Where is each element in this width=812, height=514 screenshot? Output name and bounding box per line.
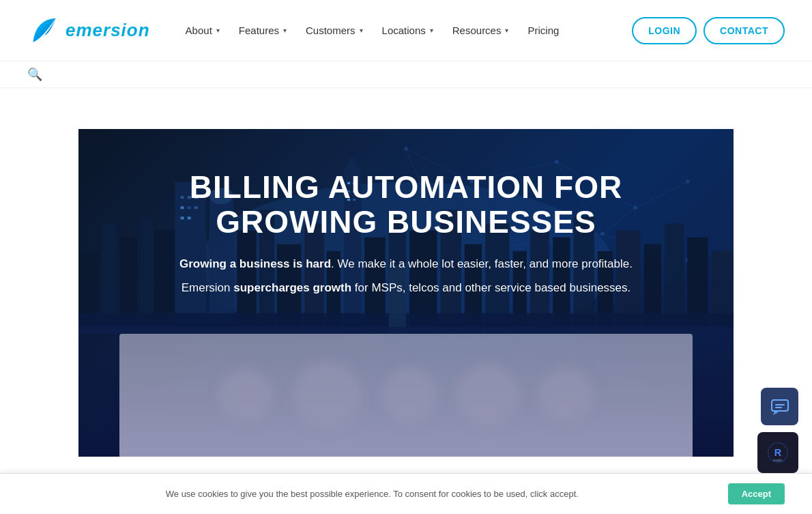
svg-rect-40 (304, 223, 323, 334)
svg-rect-72 (775, 407, 782, 408)
main-nav: About ▾ Features ▾ Customers ▾ Locations… (177, 19, 633, 42)
hero-subtitle-2: Emersion supercharges growth for MSPs, t… (174, 281, 638, 295)
svg-point-13 (555, 160, 559, 164)
svg-text:evain: evain (773, 458, 782, 462)
hero-title: BILLING AUTOMATION FOR GROWING BUSINESSE… (174, 170, 638, 239)
svg-point-16 (502, 245, 506, 249)
svg-rect-71 (775, 404, 785, 405)
nav-item-locations[interactable]: Locations ▾ (374, 19, 441, 42)
header-actions: LOGIN CONTACT (632, 17, 785, 44)
hero-section: BILLING AUTOMATION FOR GROWING BUSINESSE… (78, 129, 734, 457)
avatar-blur-3 (382, 368, 437, 423)
svg-rect-68 (389, 265, 406, 334)
chevron-down-icon: ▾ (505, 27, 508, 34)
chat-widget[interactable] (761, 388, 798, 425)
hero-testimonial-section (119, 334, 693, 457)
svg-rect-56 (485, 223, 509, 334)
svg-point-11 (404, 147, 408, 151)
network-decoration (340, 129, 734, 358)
avatar-blur-5 (539, 368, 594, 423)
chat-icon (770, 397, 789, 416)
chevron-down-icon: ▾ (430, 27, 433, 34)
svg-rect-22 (102, 223, 116, 334)
svg-rect-64 (665, 223, 684, 334)
svg-point-15 (686, 180, 690, 184)
logo[interactable]: emersion (27, 14, 150, 48)
svg-rect-21 (78, 251, 99, 334)
login-button[interactable]: LOGIN (632, 17, 697, 44)
logo-text: emersion (66, 20, 150, 41)
search-bar: 🔍 (0, 61, 812, 88)
cookie-message: We use cookies to give you the best poss… (27, 489, 717, 499)
nav-item-features[interactable]: Features ▾ (231, 19, 295, 42)
chevron-down-icon: ▾ (283, 27, 287, 34)
svg-text:R: R (774, 447, 782, 458)
header: emersion About ▾ Features ▾ Customers ▾ … (0, 0, 812, 61)
hero-subtitle-1: Growing a business is hard. We make it a… (174, 255, 638, 273)
chevron-down-icon: ▾ (216, 27, 220, 34)
avatar-blur-4 (457, 365, 519, 426)
svg-line-3 (635, 182, 688, 208)
svg-rect-24 (141, 216, 153, 334)
cookie-bar: We use cookies to give you the best poss… (0, 473, 812, 514)
nav-item-resources[interactable]: Resources ▾ (444, 19, 517, 42)
search-icon[interactable]: 🔍 (27, 67, 42, 82)
search-input-wrap: 🔍 (27, 67, 42, 82)
svg-point-18 (686, 258, 690, 262)
avatar-blur-2 (293, 361, 362, 429)
logo-icon (27, 14, 61, 48)
svg-rect-63 (644, 244, 661, 334)
contact-button[interactable]: CONTACT (704, 17, 785, 44)
svg-rect-67 (78, 313, 734, 334)
svg-rect-23 (120, 238, 137, 334)
svg-rect-65 (687, 238, 708, 334)
svg-rect-44 (349, 158, 356, 168)
svg-rect-69 (78, 327, 734, 334)
chevron-down-icon: ▾ (360, 27, 363, 34)
svg-rect-25 (154, 230, 175, 334)
avatar-blur-1 (218, 368, 273, 423)
revain-widget[interactable]: R evain (757, 432, 798, 473)
nav-item-customers[interactable]: Customers ▾ (298, 19, 371, 42)
nav-item-about[interactable]: About ▾ (177, 19, 228, 42)
svg-rect-66 (712, 251, 734, 334)
accept-cookies-button[interactable]: Accept (728, 483, 785, 504)
nav-item-pricing[interactable]: Pricing (519, 19, 567, 42)
revain-icon: R evain (767, 442, 789, 463)
